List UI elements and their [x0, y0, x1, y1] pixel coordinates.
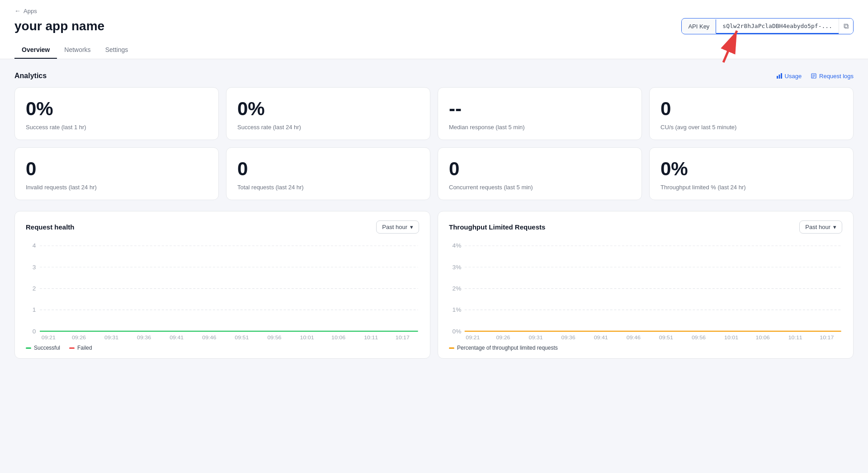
metric-label-5: Total requests (last 24 hr) [237, 184, 419, 191]
svg-text:09:36: 09:36 [137, 335, 151, 340]
metric-label-6: Concurrent requests (last 5 min) [449, 184, 631, 191]
svg-text:10:06: 10:06 [331, 335, 345, 340]
metric-card-6: 0 Concurrent requests (last 5 min) [438, 147, 642, 200]
svg-text:1%: 1% [453, 307, 462, 313]
metrics-grid: 0% Success rate (last 1 hr) 0% Success r… [14, 87, 854, 200]
svg-text:09:51: 09:51 [659, 335, 673, 340]
metric-label-3: CU/s (avg over last 5 minute) [660, 124, 842, 131]
charts-grid: Request health Past hour ▾ 4 3 2 1 0 [14, 211, 854, 359]
svg-text:09:21: 09:21 [42, 335, 56, 340]
svg-text:09:26: 09:26 [496, 335, 510, 340]
svg-text:4%: 4% [453, 243, 462, 249]
request-health-title: Request health [26, 223, 75, 231]
main-content: Analytics Usage Request logs 0% Success … [0, 59, 868, 371]
svg-text:3%: 3% [453, 264, 462, 271]
tabs-nav: Overview Networks Settings [14, 42, 854, 59]
top-bar: ← Apps your app name API Key sQlw2r8hJaP… [0, 0, 868, 59]
chevron-down-icon-2: ▾ [833, 224, 836, 230]
analytics-header: Analytics Usage Request logs [14, 72, 854, 80]
analytics-links: Usage Request logs [776, 73, 854, 80]
metric-card-0: 0% Success rate (last 1 hr) [14, 87, 219, 140]
metric-value-0: 0% [26, 98, 208, 119]
request-health-svg: 4 3 2 1 0 09:21 [26, 241, 419, 340]
usage-icon [776, 73, 783, 79]
metric-label-4: Invalid requests (last 24 hr) [26, 184, 208, 191]
svg-text:1: 1 [33, 307, 36, 313]
metric-card-2: -- Median response (last 5 min) [438, 87, 642, 140]
svg-rect-3 [778, 75, 780, 79]
api-key-section: API Key sQlw2r8hJaPclaDBH4eabydo5pf-... … [681, 18, 854, 34]
tab-settings[interactable]: Settings [98, 42, 136, 59]
throughput-chart-area: 4% 3% 2% 1% 0% 09:21 [449, 241, 842, 340]
tab-networks[interactable]: Networks [57, 42, 98, 59]
back-label: Apps [24, 8, 37, 14]
svg-text:0%: 0% [453, 328, 462, 335]
svg-text:09:46: 09:46 [627, 335, 641, 340]
throughput-title: Throughput Limited Requests [449, 223, 545, 231]
throughput-legend-label: Percentage of throughput limited request… [457, 345, 558, 351]
svg-text:0: 0 [33, 328, 36, 335]
metric-label-2: Median response (last 5 min) [449, 124, 631, 131]
usage-link[interactable]: Usage [776, 73, 802, 80]
svg-text:10:11: 10:11 [364, 335, 378, 340]
svg-text:09:41: 09:41 [170, 335, 184, 340]
svg-rect-4 [781, 73, 782, 79]
throughput-time-label: Past hour [805, 224, 830, 230]
request-health-time-selector[interactable]: Past hour ▾ [376, 220, 419, 234]
legend-failed: Failed [69, 345, 92, 351]
legend-throughput-pct: Percentage of throughput limited request… [449, 345, 558, 351]
legend-successful: Successful [26, 345, 60, 351]
svg-text:2: 2 [33, 286, 36, 292]
metric-value-7: 0% [660, 159, 842, 179]
successful-legend-label: Successful [34, 345, 60, 351]
title-row: your app name API Key sQlw2r8hJaPclaDBH4… [14, 18, 854, 34]
svg-text:09:56: 09:56 [267, 335, 281, 340]
app-title: your app name [14, 19, 104, 33]
chart-header-request-health: Request health Past hour ▾ [26, 220, 419, 234]
back-link[interactable]: ← Apps [14, 7, 854, 14]
svg-text:09:41: 09:41 [594, 335, 608, 340]
svg-text:2%: 2% [453, 286, 462, 292]
metric-value-4: 0 [26, 159, 208, 179]
svg-text:09:46: 09:46 [202, 335, 216, 340]
chart-header-throughput: Throughput Limited Requests Past hour ▾ [449, 220, 842, 234]
tab-overview[interactable]: Overview [14, 42, 57, 59]
metric-label-7: Throughput limited % (last 24 hr) [660, 184, 842, 191]
metric-card-1: 0% Success rate (last 24 hr) [226, 87, 430, 140]
failed-legend-label: Failed [77, 345, 92, 351]
request-logs-icon [811, 73, 817, 79]
request-health-chart-area: 4 3 2 1 0 09:21 [26, 241, 419, 340]
throughput-chart-card: Throughput Limited Requests Past hour ▾ … [438, 211, 854, 359]
metric-card-7: 0% Throughput limited % (last 24 hr) [649, 147, 854, 200]
request-health-chart-card: Request health Past hour ▾ 4 3 2 1 0 [14, 211, 430, 359]
failed-legend-dot [69, 347, 75, 349]
successful-legend-dot [26, 347, 31, 349]
svg-rect-2 [777, 76, 778, 79]
svg-text:10:17: 10:17 [820, 335, 834, 340]
svg-text:09:56: 09:56 [692, 335, 706, 340]
svg-text:4: 4 [33, 243, 36, 249]
throughput-legend: Percentage of throughput limited request… [449, 345, 842, 351]
request-health-time-label: Past hour [382, 224, 407, 230]
throughput-legend-dot [449, 347, 454, 349]
page-container: ← Apps your app name API Key sQlw2r8hJaP… [0, 0, 868, 473]
back-arrow-icon: ← [14, 7, 21, 14]
copy-api-key-button[interactable]: ⧉ [839, 19, 853, 34]
metric-value-6: 0 [449, 159, 631, 179]
svg-text:10:01: 10:01 [724, 335, 738, 340]
svg-text:09:51: 09:51 [235, 335, 249, 340]
metric-label-0: Success rate (last 1 hr) [26, 124, 208, 131]
svg-text:10:06: 10:06 [756, 335, 770, 340]
request-logs-link[interactable]: Request logs [811, 73, 854, 80]
svg-text:09:31: 09:31 [104, 335, 118, 340]
api-key-label: API Key [682, 19, 716, 33]
svg-text:10:11: 10:11 [788, 335, 802, 340]
throughput-time-selector[interactable]: Past hour ▾ [799, 220, 842, 234]
api-key-value: sQlw2r8hJaPclaDBH4eabydo5pf-... [716, 19, 839, 34]
metric-value-2: -- [449, 98, 631, 119]
metric-card-4: 0 Invalid requests (last 24 hr) [14, 147, 219, 200]
metric-card-3: 0 CU/s (avg over last 5 minute) [649, 87, 854, 140]
svg-text:09:26: 09:26 [72, 335, 86, 340]
analytics-title: Analytics [14, 72, 47, 80]
metric-value-5: 0 [237, 159, 419, 179]
